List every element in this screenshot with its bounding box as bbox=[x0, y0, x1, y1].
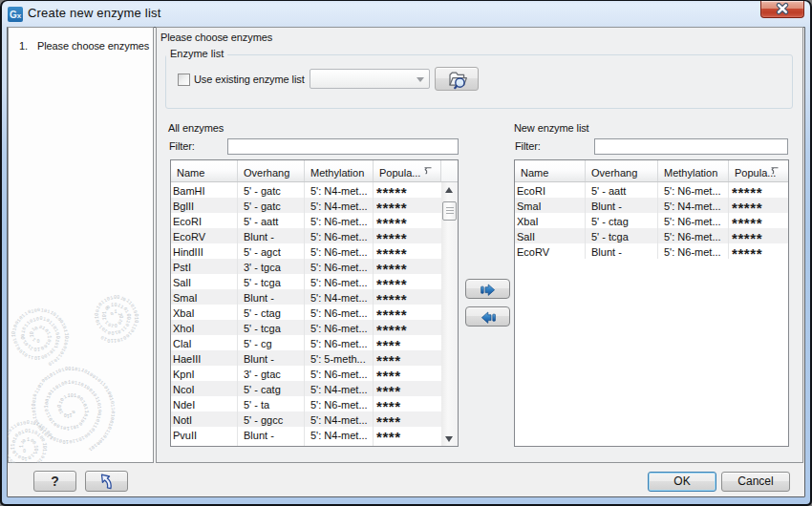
svg-text:011010010110100101101001011010: 0110100101101001011010010110100101101001… bbox=[8, 27, 69, 367]
svg-text:011010010110100101101001011010: 0110100101101001011010010110100101101001… bbox=[8, 27, 116, 453]
svg-text:011010010110100101101001011010: 0110100101101001011010010110100101101001… bbox=[8, 27, 139, 343]
